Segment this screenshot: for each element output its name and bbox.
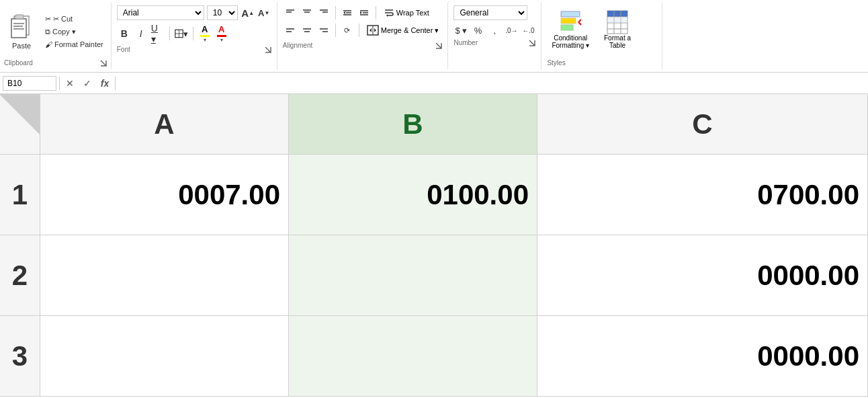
cell-c2[interactable]: 0000.00 bbox=[537, 235, 868, 315]
confirm-formula-button[interactable]: ✓ bbox=[80, 76, 95, 91]
copy-button[interactable]: ⧉Copy ▾ bbox=[42, 26, 107, 38]
conditional-formatting-button[interactable]: Conditional Formatting ▾ bbox=[547, 8, 594, 51]
merge-center-button[interactable]: Merge & Center▾ bbox=[363, 24, 443, 37]
shrink-font-button[interactable]: A▼ bbox=[257, 5, 271, 20]
svg-marker-34 bbox=[374, 28, 376, 32]
conditional-label1: Conditional bbox=[554, 34, 587, 42]
comma-button[interactable]: , bbox=[487, 23, 502, 38]
spreadsheet: A B C 1 0007.00 0100.00 0700.00 bbox=[0, 94, 868, 398]
svg-marker-18 bbox=[343, 11, 345, 14]
align-top-left-button[interactable] bbox=[283, 5, 298, 20]
font-expand-icon[interactable] bbox=[265, 46, 271, 53]
formula-bar-divider bbox=[59, 77, 60, 90]
wrap-text-button[interactable]: Wrap Text bbox=[380, 6, 433, 19]
svg-rect-2 bbox=[15, 15, 24, 19]
orientation-button[interactable]: ⟳ bbox=[340, 23, 355, 38]
cell-b2[interactable] bbox=[289, 235, 537, 315]
clipboard-small-buttons: ✂✂ Cut ⧉Copy ▾ 🖌Format Painter bbox=[42, 5, 107, 58]
row-header-3[interactable]: 3 bbox=[0, 316, 40, 396]
alignment-section: Wrap Text ⟳ Merge bbox=[277, 3, 449, 69]
decrease-indent-button[interactable] bbox=[340, 5, 355, 20]
paste-button[interactable]: Paste bbox=[4, 5, 39, 58]
font-label: Font bbox=[117, 46, 130, 53]
formula-bar: ✕ ✓ fx bbox=[0, 73, 868, 94]
alignment-expand-icon[interactable] bbox=[435, 42, 442, 49]
clipboard-expand-icon[interactable] bbox=[100, 60, 107, 67]
italic-button[interactable]: I bbox=[134, 26, 148, 41]
fill-color-button[interactable]: A ▾ bbox=[198, 23, 212, 44]
underline-button[interactable]: U ▾ bbox=[150, 26, 165, 41]
format-table-label2: Table bbox=[609, 42, 625, 49]
font-size-select[interactable]: 10 bbox=[207, 5, 238, 20]
svg-rect-36 bbox=[561, 18, 576, 24]
increase-decimal-button[interactable]: ←.0 bbox=[521, 23, 535, 38]
font-name-select[interactable]: Arial bbox=[117, 5, 204, 20]
font-section: Arial 10 A▲ A▼ B I U ▾ ▾ bbox=[112, 3, 277, 69]
decrease-decimal-button[interactable]: .0→ bbox=[504, 23, 519, 38]
svg-marker-24 bbox=[386, 14, 388, 17]
svg-line-38 bbox=[578, 19, 581, 22]
cell-b1[interactable]: 0100.00 bbox=[289, 155, 537, 235]
svg-rect-3 bbox=[13, 23, 24, 24]
align-middle-right-button[interactable] bbox=[316, 23, 331, 38]
bold-button[interactable]: B bbox=[117, 26, 132, 41]
borders-button[interactable]: ▾ bbox=[174, 26, 189, 41]
cell-reference-input[interactable] bbox=[3, 76, 56, 91]
clipboard-section: Paste ✂✂ Cut ⧉Copy ▾ 🖌Format Painter Cli… bbox=[0, 3, 112, 69]
format-painter-button[interactable]: 🖌Format Painter bbox=[42, 39, 107, 50]
ribbon: Paste ✂✂ Cut ⧉Copy ▾ 🖌Format Painter Cli… bbox=[0, 0, 868, 73]
alignment-label: Alignment bbox=[283, 42, 312, 49]
number-label: Number bbox=[453, 39, 478, 46]
percent-button[interactable]: % bbox=[470, 23, 485, 38]
table-row: 3 0000.00 bbox=[0, 316, 868, 397]
svg-marker-33 bbox=[370, 28, 372, 32]
formula-bar-divider2 bbox=[115, 77, 116, 90]
conditional-label2: Formatting ▾ bbox=[552, 42, 589, 49]
column-header-c[interactable]: C bbox=[537, 94, 868, 154]
svg-marker-22 bbox=[360, 11, 362, 14]
font-color-button[interactable]: A ▾ bbox=[214, 23, 229, 44]
clipboard-label: Clipboard bbox=[4, 59, 33, 67]
alignment-footer: Alignment bbox=[283, 40, 443, 49]
increase-indent-button[interactable] bbox=[357, 5, 372, 20]
align-top-center-button[interactable] bbox=[300, 5, 314, 20]
row-header-2[interactable]: 2 bbox=[0, 235, 40, 315]
alignment-row1: Wrap Text bbox=[283, 5, 443, 20]
paste-icon bbox=[9, 13, 34, 42]
row-header-1[interactable]: 1 bbox=[0, 155, 40, 235]
svg-rect-35 bbox=[561, 11, 580, 17]
cell-c3[interactable]: 0000.00 bbox=[537, 316, 868, 396]
column-header-b[interactable]: B bbox=[289, 94, 537, 154]
clipboard-footer: Clipboard bbox=[4, 58, 107, 67]
number-section: General $ ▾ % , .0→ ←.0 Number bbox=[448, 3, 541, 69]
cell-a2[interactable] bbox=[40, 235, 289, 315]
number-footer: Number bbox=[453, 38, 535, 46]
column-headers: A B C bbox=[0, 94, 868, 155]
number-expand-icon[interactable] bbox=[529, 40, 535, 46]
styles-section: Conditional Formatting ▾ Format a Table bbox=[541, 3, 662, 69]
svg-line-39 bbox=[578, 22, 581, 25]
dollar-button[interactable]: $ ▾ bbox=[453, 23, 468, 38]
svg-rect-47 bbox=[607, 17, 627, 23]
column-header-a[interactable]: A bbox=[40, 94, 289, 154]
svg-rect-5 bbox=[13, 28, 24, 30]
styles-label: Styles bbox=[547, 59, 565, 67]
table-row: 1 0007.00 0100.00 0700.00 bbox=[0, 155, 868, 235]
number-format-select[interactable]: General bbox=[453, 5, 527, 20]
cancel-formula-button[interactable]: ✕ bbox=[62, 76, 77, 91]
cell-a1[interactable]: 0007.00 bbox=[40, 155, 289, 235]
cell-a3[interactable] bbox=[40, 316, 289, 396]
cell-c1[interactable]: 0700.00 bbox=[537, 155, 868, 235]
format-as-table-button[interactable]: Format a Table bbox=[599, 8, 636, 51]
align-top-right-button[interactable] bbox=[316, 5, 331, 20]
insert-function-button[interactable]: fx bbox=[97, 76, 112, 91]
align-middle-center-button[interactable] bbox=[300, 23, 314, 38]
cut-button[interactable]: ✂✂ Cut bbox=[42, 13, 107, 25]
cell-b3[interactable] bbox=[289, 316, 537, 396]
formula-input[interactable] bbox=[118, 76, 865, 91]
select-all-button[interactable] bbox=[0, 94, 40, 154]
font-row1: Arial 10 A▲ A▼ bbox=[117, 5, 271, 20]
grow-font-button[interactable]: A▲ bbox=[241, 5, 255, 20]
align-middle-left-button[interactable] bbox=[283, 23, 298, 38]
wrap-text-label: Wrap Text bbox=[396, 9, 429, 17]
